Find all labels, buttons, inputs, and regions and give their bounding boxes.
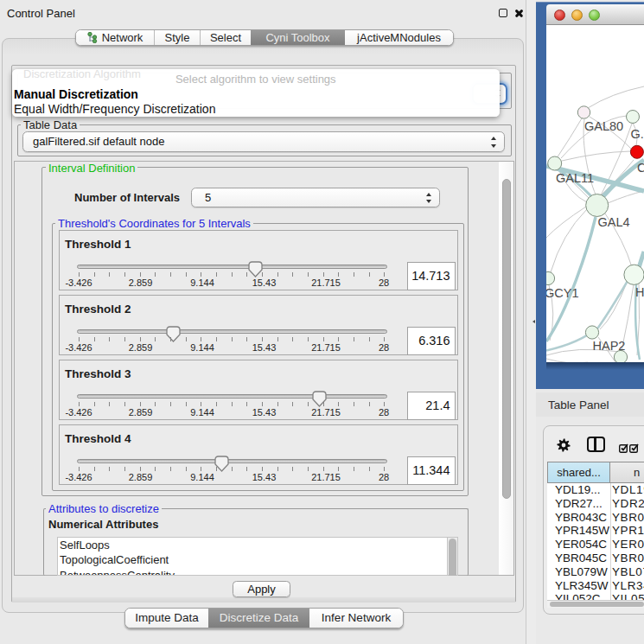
svg-text:GAL80: GAL80: [584, 119, 623, 133]
svg-text:GAL4: GAL4: [598, 215, 630, 229]
svg-text:GCY1: GCY1: [546, 286, 579, 300]
svg-text:G.: G.: [631, 127, 644, 141]
svg-text:HAP2: HAP2: [593, 339, 626, 353]
svg-text:C: C: [637, 161, 644, 175]
svg-text:GAL11: GAL11: [556, 171, 594, 185]
svg-text:H: H: [635, 285, 644, 299]
